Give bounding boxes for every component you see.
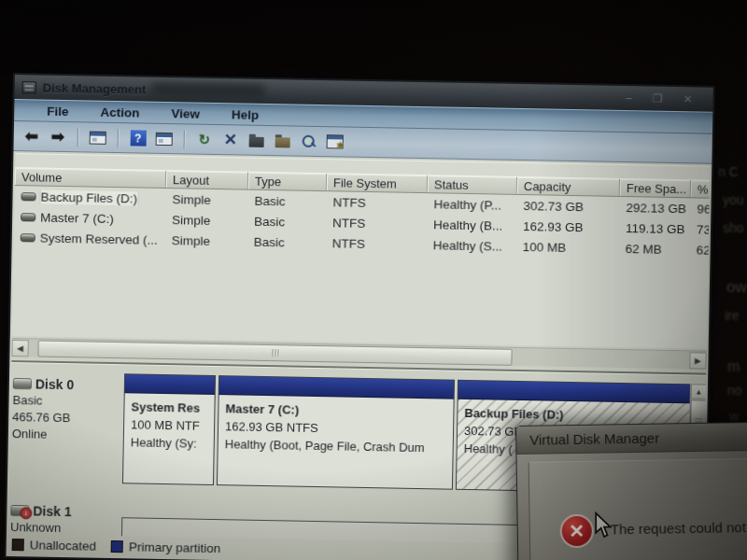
disk-name: Disk 1 [33,502,72,520]
legend-label: Unallocated [30,538,97,553]
background-text: n C [718,164,739,179]
help-icon[interactable]: ? [128,128,148,148]
dialog-title: Virtual Disk Manager [529,430,659,448]
partition-header-bar [125,374,215,395]
volume-free-space: 292.13 GB [619,200,690,215]
volume-status: Healthy (B... [427,217,516,233]
volume-pct-free: 62 [690,243,711,258]
dialog-message: The request could not be [611,519,747,538]
column-header-pct-free[interactable]: % F [691,180,711,198]
volume-name: System Reserved (... [40,231,158,246]
open-folder-icon[interactable] [273,131,293,151]
background-text: sho [723,220,744,235]
column-header-capacity[interactable]: Capacity [517,177,620,196]
load-disk-icon[interactable] [247,130,267,150]
volume-layout: Simple [165,192,247,208]
volume-name: Master 7 (C:) [40,210,114,225]
scroll-up-icon[interactable]: ▲ [691,384,707,399]
disk-size: 465.76 GB [12,409,121,427]
column-header-layout[interactable]: Layout [166,171,248,189]
volume-type: Basic [247,193,326,209]
column-header-free-space[interactable]: Free Spa... [620,179,691,197]
disk1-label-panel[interactable]: Disk 1 Unknown [10,502,120,538]
window-title: Disk Management [43,80,147,96]
legend-unallocated: Unallocated [12,538,97,553]
back-icon[interactable]: ⬅ [21,126,42,147]
dialog-body: ✕ The request could not be [529,457,747,560]
minimize-button[interactable]: – [626,92,632,104]
volume-capacity: 100 MB [516,239,619,255]
volume-list-pane: Volume Layout Type File System Status Ca… [12,153,710,349]
volume-free-space: 119.13 GB [619,220,690,235]
unallocated-swatch [12,539,24,551]
disk-name: Disk 0 [35,375,75,393]
menu-help[interactable]: Help [216,104,275,124]
scroll-left-icon[interactable]: ◀ [11,340,28,357]
column-header-file-system[interactable]: File System [327,174,428,192]
volume-icon [21,192,35,201]
delete-icon[interactable]: ✕ [220,130,241,150]
background-text: no [727,383,742,398]
partition-system-reserved[interactable]: System Res 100 MB NTF Healthy (Sy: [122,373,216,485]
partition-status: Healthy (Boot, Page File, Crash Dum [225,435,446,456]
mouse-cursor [594,511,614,543]
column-header-volume[interactable]: Volume [15,168,166,188]
search-icon[interactable] [299,131,319,151]
volume-layout: Simple [165,233,247,249]
volume-pct-free: 73 [690,222,710,237]
legend-label: Primary partition [129,539,221,555]
volume-type: Basic [247,214,326,230]
volume-file-system: NTFS [326,236,427,252]
toolbar-separator [78,128,78,147]
disk-settings-icon[interactable] [325,132,345,152]
volume-capacity: 302.73 GB [516,198,619,214]
volume-file-system: NTFS [326,195,427,211]
column-header-type[interactable]: Type [248,173,327,191]
volume-free-space: 62 MB [619,241,690,256]
background-text: ire [725,308,740,323]
volume-name: Backup Files (D:) [40,189,137,205]
volume-layout: Simple [165,213,247,229]
show-console-tree-icon[interactable] [88,127,108,147]
disk-kind: Basic [12,392,121,411]
legend-primary-partition: Primary partition [111,539,221,555]
forward-icon[interactable]: ➡ [48,126,68,147]
volume-pct-free: 96 [690,202,710,217]
menu-file[interactable]: File [31,101,85,121]
maximize-button[interactable]: ❐ [653,93,663,105]
disk-management-icon [22,81,36,93]
disk-unknown-icon [10,505,29,516]
partition-title: System Res [131,398,207,416]
menu-view[interactable]: View [155,103,216,123]
volume-icon [21,213,35,221]
refresh-icon[interactable]: ↻ [194,129,215,149]
volume-type: Basic [247,234,326,250]
scroll-right-icon[interactable]: ▶ [689,352,706,369]
background-text: ow [726,278,747,297]
background-text: you [723,192,744,207]
virtual-disk-manager-dialog: Virtual Disk Manager ✕ The request could… [515,421,747,560]
volume-capacity: 162.93 GB [516,218,619,234]
menu-action[interactable]: Action [84,102,155,122]
disk-icon [13,378,32,389]
toolbar-separator [118,129,119,147]
error-icon: ✕ [560,514,595,549]
show-list-pane-icon[interactable] [154,128,175,148]
disk0-label-panel[interactable]: Disk 0 Basic 465.76 GB Online [12,375,122,444]
blurred-title-text [151,83,263,98]
volume-file-system: NTFS [326,216,427,231]
partition-master-7[interactable]: Master 7 (C:) 162.93 GB NTFS Healthy (Bo… [217,375,455,490]
disk-state: Online [12,426,121,444]
dialog-titlebar[interactable]: Virtual Disk Manager [516,422,747,455]
primary-partition-swatch [111,540,123,553]
volume-status: Healthy (P... [427,197,516,213]
partition-size: 100 MB NTF [131,415,207,434]
background-text: m [727,358,740,375]
close-button[interactable]: ✕ [683,93,692,105]
column-header-status[interactable]: Status [428,175,517,194]
photographed-screen: n C you sho ow ire m no w Disk Managemen… [0,0,747,560]
volume-status: Healthy (S... [427,238,516,254]
volume-icon [21,233,35,242]
partition-status: Healthy (Sy: [131,433,207,452]
toolbar-separator [184,130,185,148]
